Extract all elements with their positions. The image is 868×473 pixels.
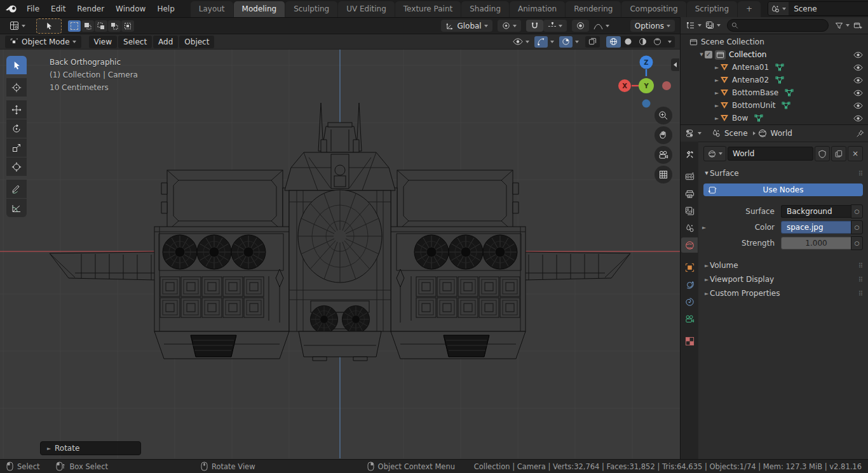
select-mode-new-button[interactable] [68, 20, 81, 32]
snap-settings-dropdown[interactable] [543, 20, 567, 32]
outliner-row-object[interactable]: ► Antena01 [681, 61, 868, 74]
outliner-row-scene-collection[interactable]: Scene Collection [681, 36, 868, 48]
menu-file[interactable]: File [21, 2, 45, 16]
wireframe-model[interactable] [50, 103, 630, 361]
select-mode-subtract-button[interactable] [95, 20, 107, 32]
tab-object[interactable] [681, 260, 698, 275]
options-dropdown[interactable]: Options [630, 20, 675, 32]
tab-rendering[interactable]: Rendering [566, 1, 621, 17]
menu-render[interactable]: Render [71, 2, 110, 16]
zoom-button[interactable] [654, 107, 672, 124]
overlays-toggle[interactable] [559, 36, 573, 48]
tool-rotate[interactable] [6, 119, 27, 138]
tab-shading[interactable]: Shading [461, 1, 509, 17]
world-browse-button[interactable] [703, 146, 726, 161]
expander-icon[interactable]: ▼ [698, 52, 705, 57]
tab-output[interactable] [681, 186, 698, 201]
tab-constraints[interactable] [681, 294, 698, 309]
gizmo-z-label[interactable]: Z [644, 59, 648, 66]
custom-properties-section-header[interactable]: ► Custom Properties ⠿ [703, 287, 863, 300]
hide-eye-icon[interactable] [853, 90, 863, 97]
tool-select-box[interactable] [6, 56, 27, 74]
outliner-row-object[interactable]: ► BottomBase [681, 86, 868, 99]
outliner-filter-id-dropdown[interactable] [703, 21, 722, 30]
proportional-editing-button[interactable] [572, 20, 589, 32]
shading-wireframe-button[interactable] [606, 36, 621, 48]
hide-eye-icon[interactable] [853, 115, 863, 122]
outliner-search[interactable] [727, 19, 829, 32]
chevron-down-icon[interactable] [550, 41, 554, 43]
strength-link-socket[interactable]: ○ [851, 236, 863, 250]
tab-animation[interactable]: Animation [510, 1, 565, 17]
scene-name[interactable]: Scene [789, 4, 868, 13]
tool-scale[interactable] [6, 138, 27, 157]
volume-section-header[interactable]: ► Volume ⠿ [703, 259, 863, 272]
tab-layout[interactable]: Layout [191, 1, 233, 17]
tab-uv-editing[interactable]: UV Editing [338, 1, 395, 17]
color-link-socket[interactable]: ○ [851, 220, 863, 234]
tab-physics[interactable] [681, 277, 698, 292]
viewport-canvas[interactable] [0, 50, 680, 459]
fake-user-button[interactable] [815, 146, 830, 161]
world-name-field[interactable]: World [728, 147, 813, 161]
menu-help[interactable]: Help [151, 2, 180, 16]
tab-scene[interactable] [681, 220, 698, 236]
menu-window[interactable]: Window [110, 2, 151, 16]
tab-texture-paint[interactable]: Texture Paint [395, 1, 461, 17]
outliner-row-collection[interactable]: ▼ ✓ Collection [681, 48, 868, 61]
viewport-menu-view[interactable]: View [89, 36, 117, 48]
properties-editor-type-button[interactable] [684, 129, 703, 138]
surface-section-header[interactable]: ▼ Surface ⠿ [703, 167, 863, 180]
tool-transform[interactable] [6, 157, 27, 176]
tab-texture[interactable] [681, 333, 698, 349]
mode-selector[interactable]: Object Mode [5, 36, 81, 48]
gizmos-toggle[interactable] [534, 36, 548, 48]
collection-checkbox[interactable]: ✓ [705, 51, 712, 58]
add-workspace-button[interactable]: + [738, 1, 761, 17]
active-tool-button[interactable] [36, 18, 62, 34]
tab-compositing[interactable]: Compositing [621, 1, 686, 17]
viewport-menu-add[interactable]: Add [153, 36, 178, 48]
unlink-world-button[interactable]: × [848, 146, 863, 161]
scene-browse-button[interactable] [768, 2, 789, 15]
drag-handle-icon[interactable]: ⠿ [858, 290, 863, 297]
hide-eye-icon[interactable] [853, 102, 863, 109]
drag-handle-icon[interactable]: ⠿ [858, 276, 863, 283]
select-mode-invert-button[interactable] [108, 20, 121, 32]
operator-panel-rotate[interactable]: ► Rotate [40, 441, 141, 455]
breadcrumb-scene[interactable]: Scene [712, 129, 748, 138]
tab-render[interactable] [681, 169, 698, 184]
editor-divider[interactable] [680, 17, 681, 459]
gizmo-negative-z[interactable] [642, 100, 651, 108]
visibility-dropdown[interactable] [513, 38, 529, 45]
viewport-3d[interactable]: Back Orthographic (1) Collection | Camer… [0, 50, 680, 459]
outliner-row-object[interactable]: ► BottomUnit [681, 99, 868, 112]
proportional-falloff-dropdown[interactable] [589, 20, 614, 32]
snap-toggle-button[interactable] [526, 20, 543, 32]
transform-orientation-dropdown[interactable]: Global [441, 20, 492, 32]
expander-icon[interactable]: ► [714, 77, 720, 83]
gizmo-negative-x[interactable] [662, 81, 671, 90]
hide-eye-icon[interactable] [853, 64, 863, 71]
pin-id-button[interactable] [856, 130, 864, 138]
outliner-filter-dropdown[interactable] [833, 22, 851, 30]
drag-handle-icon[interactable]: ⠿ [858, 170, 863, 177]
expander-icon[interactable]: ► [701, 225, 707, 230]
viewport-menu-object[interactable]: Object [179, 36, 214, 48]
tab-world[interactable] [681, 237, 698, 253]
outliner-display-mode-dropdown[interactable] [684, 21, 703, 30]
tool-annotate[interactable] [6, 180, 27, 198]
new-collection-button[interactable] [851, 21, 864, 30]
expander-icon[interactable]: ► [714, 116, 720, 121]
tool-measure[interactable] [6, 199, 27, 217]
outliner-row-object[interactable]: ► Bow [681, 112, 868, 124]
outliner-search-input[interactable] [738, 20, 824, 30]
tab-modeling[interactable]: Modeling [234, 1, 285, 17]
surface-value-field[interactable]: Background [781, 205, 851, 218]
chevron-down-icon[interactable] [575, 41, 579, 43]
tool-move[interactable] [6, 100, 27, 119]
blender-logo-icon[interactable] [5, 4, 17, 13]
gizmo-x-label[interactable]: X [622, 83, 627, 90]
expander-icon[interactable]: ► [714, 65, 720, 70]
expander-icon[interactable]: ► [714, 103, 720, 109]
